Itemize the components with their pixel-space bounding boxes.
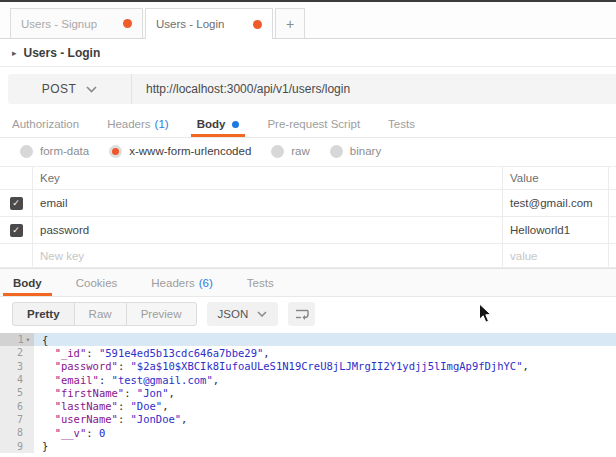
line-number-text: 8: [17, 427, 23, 438]
checkbox-password[interactable]: ✓: [10, 224, 23, 237]
body-type-x-www-form-urlencoded[interactable]: x-www-form-urlencoded: [109, 145, 251, 158]
body-type-raw[interactable]: raw: [271, 145, 310, 158]
body-type-binary[interactable]: binary: [330, 145, 381, 158]
tab-bar: Users - SignupUsers - Login+: [0, 2, 616, 39]
line-number: 9: [0, 439, 34, 452]
response-tab-cookies[interactable]: Cookies: [66, 269, 128, 296]
line-number: 6: [0, 399, 34, 412]
request-tab-pre-request-script[interactable]: Pre-request Script: [261, 111, 366, 137]
code-line-content: {: [34, 333, 616, 346]
json-token: :: [118, 360, 131, 372]
param-value-input[interactable]: Helloworld1: [503, 217, 609, 243]
json-token: "firstName": [55, 387, 125, 399]
params-header-row: Key Value: [0, 167, 616, 190]
line-number-text: 5: [17, 387, 23, 398]
json-token: }: [42, 440, 48, 452]
line-number-text: 1: [18, 334, 24, 345]
code-line: 6 "lastName": "Doe",: [0, 399, 616, 412]
request-tab-label: Pre-request Script: [267, 118, 360, 130]
response-toolbar: PrettyRawPreview JSON: [0, 297, 616, 331]
json-token: ,: [162, 400, 168, 412]
json-token: [42, 374, 55, 386]
json-token: "lastName": [55, 400, 118, 412]
response-tab-headers[interactable]: Headers(6): [141, 269, 223, 296]
json-token: {: [42, 334, 48, 346]
line-number-text: 7: [17, 414, 23, 425]
url-input[interactable]: http://localhost:3000/api/v1/users/login: [132, 82, 350, 96]
new-value-input[interactable]: value: [503, 244, 609, 267]
code-line-content: "lastName": "Doe",: [34, 399, 616, 412]
format-label: JSON: [218, 308, 249, 320]
param-key-input[interactable]: password: [33, 217, 503, 243]
json-token: [42, 413, 55, 425]
code-line: 1▾{: [0, 333, 616, 346]
body-type-form-data[interactable]: form-data: [20, 145, 89, 158]
response-tab-tests[interactable]: Tests: [237, 269, 284, 296]
tab-users-login[interactable]: Users - Login: [145, 8, 273, 39]
json-token: [42, 427, 55, 439]
request-tab-authorization[interactable]: Authorization: [6, 111, 85, 137]
code-line-content: "__v": 0: [34, 426, 616, 439]
json-token: ,: [522, 360, 528, 372]
json-token: :: [124, 387, 137, 399]
url-bar: POST http://localhost:3000/api/v1/users/…: [8, 74, 616, 104]
json-token: "userName": [55, 413, 118, 425]
response-tabs: BodyCookiesHeaders(6)Tests: [0, 268, 616, 297]
view-mode-raw[interactable]: Raw: [74, 302, 127, 326]
fold-caret-icon[interactable]: ▾: [26, 336, 30, 344]
json-token: ,: [213, 374, 219, 386]
response-tab-body[interactable]: Body: [3, 269, 52, 296]
body-type-options: form-datax-www-form-urlencodedrawbinary: [0, 138, 616, 164]
checkbox-email[interactable]: ✓: [10, 197, 23, 210]
format-select[interactable]: JSON: [207, 302, 279, 326]
radio-icon: [271, 145, 284, 158]
request-tab-label: Headers: [107, 118, 150, 130]
response-tab-label: Tests: [247, 277, 274, 289]
chevron-down-icon: [257, 311, 267, 317]
header-checkbox-cell: [0, 167, 33, 189]
request-title: Users - Login: [24, 46, 101, 60]
line-number: 5: [0, 386, 34, 399]
json-token: :: [86, 427, 99, 439]
tab-users-signup[interactable]: Users - Signup: [10, 8, 143, 38]
unsaved-dot-icon: [253, 20, 262, 29]
code-line: 7 "userName": "JonDoe",: [0, 413, 616, 426]
line-number: 3: [0, 360, 34, 373]
collapse-caret-icon[interactable]: ▸: [12, 48, 17, 58]
json-token: "JonDoe": [131, 413, 182, 425]
request-tab-body[interactable]: Body: [191, 111, 246, 137]
view-mode-pretty[interactable]: Pretty: [12, 302, 75, 326]
response-tab-label: Cookies: [76, 277, 118, 289]
wrap-text-button[interactable]: [288, 302, 315, 326]
param-value-input[interactable]: test@gmail.com: [503, 190, 609, 216]
method-select[interactable]: POST: [8, 74, 132, 104]
line-number: 8: [0, 426, 34, 439]
param-row-password: ✓passwordHelloworld1: [0, 217, 616, 244]
header-spacer-cell: [609, 167, 616, 189]
code-line: 8 "__v": 0: [0, 426, 616, 439]
radio-icon: [330, 145, 343, 158]
code-line: 3 "password": "$2a$10$XBCIk8IufoaULeS1N1…: [0, 360, 616, 373]
new-row-checkbox-cell: [0, 244, 33, 267]
line-number: 4: [0, 373, 34, 386]
row-spacer-cell: [609, 217, 616, 243]
new-tab-button[interactable]: +: [275, 8, 305, 38]
json-token: [42, 347, 55, 359]
json-token: ,: [168, 387, 174, 399]
tab-label: Users - Login: [156, 18, 224, 30]
json-token: "591e4ed5b13cdc646a7bbe29": [99, 347, 263, 359]
request-tab-tests[interactable]: Tests: [382, 111, 421, 137]
new-key-input[interactable]: New key: [33, 244, 503, 267]
body-type-label: x-www-form-urlencoded: [129, 145, 251, 157]
request-tab-label: Authorization: [12, 118, 79, 130]
request-tab-headers[interactable]: Headers(1): [101, 111, 175, 137]
view-mode-preview[interactable]: Preview: [126, 302, 197, 326]
request-collapse-header[interactable]: ▸ Users - Login: [0, 39, 616, 67]
code-line-content: "firstName": "Jon",: [34, 386, 616, 399]
code-line: 4 "email": "test@gmail.com",: [0, 373, 616, 386]
json-token: "__v": [55, 427, 87, 439]
json-token: :: [99, 374, 112, 386]
param-key-input[interactable]: email: [33, 190, 503, 216]
checkbox-cell: ✓: [0, 217, 33, 243]
request-tab-label: Tests: [388, 118, 415, 130]
